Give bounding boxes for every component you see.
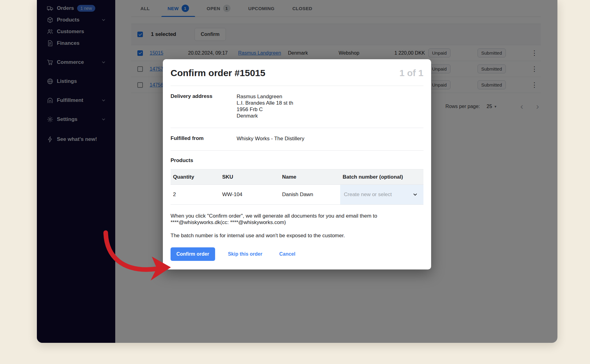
fulfilled-from-value: Whisky Works - The Distillery bbox=[237, 135, 304, 142]
delivery-address-section: Delivery address Rasmus Landgreen L.I. B… bbox=[171, 86, 423, 128]
chevron-down-icon bbox=[412, 192, 418, 197]
column-header-quantity: Quantity bbox=[171, 169, 220, 185]
batch-placeholder: Create new or select bbox=[344, 192, 392, 198]
divider bbox=[171, 150, 423, 151]
delivery-address-value: Rasmus Landgreen L.I. Brandes Alle 18 st… bbox=[237, 93, 293, 119]
batch-note: The batch number is for internal use and… bbox=[171, 232, 423, 239]
products-label: Products bbox=[171, 157, 423, 164]
confirm-order-button[interactable]: Confirm order bbox=[171, 247, 215, 261]
confirm-order-modal: Confirm order #15015 1 of 1 Delivery add… bbox=[163, 59, 431, 269]
product-quantity: 2 bbox=[171, 185, 220, 205]
modal-actions: Confirm order Skip this order Cancel bbox=[171, 247, 423, 269]
product-name: Danish Dawn bbox=[280, 185, 340, 205]
delivery-address-label: Delivery address bbox=[171, 93, 237, 119]
product-row: 2 WW-104 Danish Dawn Create new or selec… bbox=[171, 185, 423, 205]
products-table: Quantity SKU Name Batch number (optional… bbox=[171, 169, 423, 205]
column-header-name: Name bbox=[280, 169, 340, 185]
column-header-batch: Batch number (optional) bbox=[340, 169, 423, 185]
batch-number-select[interactable]: Create new or select bbox=[340, 185, 423, 204]
fulfilled-from-label: Fulfilled from bbox=[171, 135, 237, 142]
modal-title: Confirm order #15015 bbox=[171, 68, 265, 78]
modal-counter: 1 of 1 bbox=[399, 68, 423, 78]
skip-order-button[interactable]: Skip this order bbox=[228, 251, 262, 257]
cancel-button[interactable]: Cancel bbox=[279, 251, 295, 257]
column-header-sku: SKU bbox=[220, 169, 280, 185]
fulfilled-from-section: Fulfilled from Whisky Works - The Distil… bbox=[171, 128, 423, 150]
product-sku: WW-104 bbox=[220, 185, 280, 205]
confirm-note: When you click "Confirm order", we will … bbox=[171, 213, 423, 226]
